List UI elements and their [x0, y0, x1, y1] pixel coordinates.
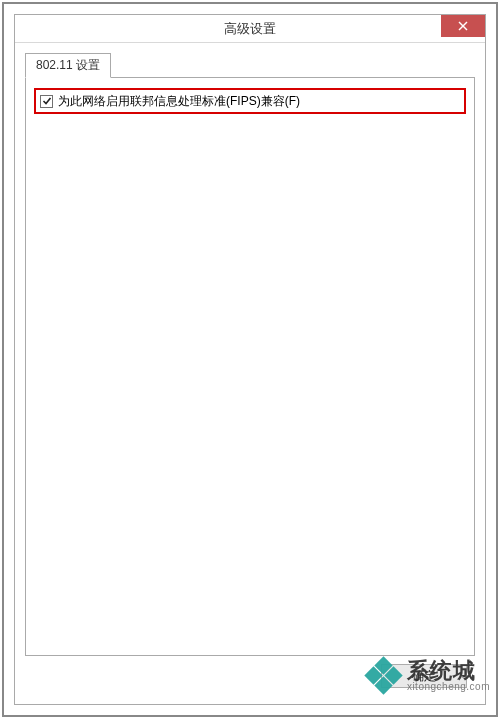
ok-button[interactable]: 确定: [381, 664, 467, 688]
fips-option-highlight: 为此网络启用联邦信息处理标准(FIPS)兼容(F): [34, 88, 466, 114]
close-icon: [458, 21, 468, 31]
check-icon: [42, 96, 52, 106]
fips-checkbox[interactable]: [40, 95, 53, 108]
tab-panel: 为此网络启用联邦信息处理标准(FIPS)兼容(F): [25, 77, 475, 656]
close-button[interactable]: [441, 15, 485, 37]
fips-checkbox-label[interactable]: 为此网络启用联邦信息处理标准(FIPS)兼容(F): [58, 93, 300, 110]
tab-strip: 802.11 设置: [25, 53, 475, 77]
window-title: 高级设置: [224, 20, 276, 38]
tab-label: 802.11 设置: [36, 58, 100, 72]
dialog-window: 高级设置 802.11 设置: [14, 14, 486, 705]
ok-button-label: 确定: [412, 668, 436, 685]
screenshot-frame: 高级设置 802.11 设置: [2, 2, 498, 717]
tab-80211-settings[interactable]: 802.11 设置: [25, 53, 111, 78]
client-area: 802.11 设置 为此网络启用联邦信息处理标准(FIPS)兼容(F) 确定: [15, 43, 485, 704]
dialog-button-row: 确定: [25, 656, 475, 696]
titlebar: 高级设置: [15, 15, 485, 43]
